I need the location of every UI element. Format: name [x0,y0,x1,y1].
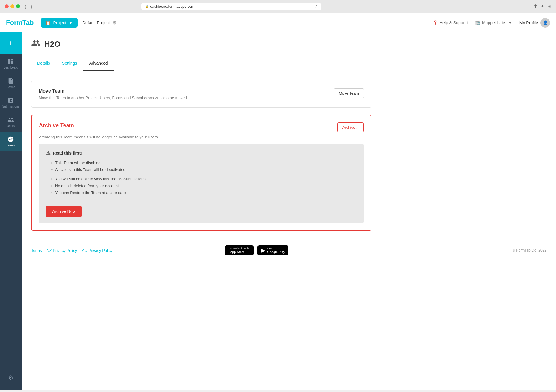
project-name-text: Default Project [82,20,110,25]
submissions-icon [7,97,14,104]
archive-team-card: Archive Team Archive... Archiving this T… [31,115,371,231]
move-team-title: Move Team [39,88,188,94]
help-support-link[interactable]: ❓ Help & Support [433,20,468,25]
archive-title: Archive Team [39,122,74,129]
warning-item-text: You will still be able to view this Team… [55,177,146,181]
new-tab-icon[interactable]: + [541,4,544,9]
logo: FormTab [6,19,34,27]
project-button[interactable]: 📋 Project ▼ [41,18,77,28]
main-area: + Dashboard Forms Submi [0,32,556,390]
browser-nav-controls: ❮ ❯ [24,4,33,9]
sidebar-item-users[interactable]: Users [0,112,22,132]
sidebar-item-dashboard[interactable]: Dashboard [0,54,22,73]
footer-app-badges: Download on the App Store ▶ GET IT ON Go… [225,245,289,255]
muppet-labs-link[interactable]: 🏢 Muppet Labs ▼ [475,20,512,25]
help-label: Help & Support [439,20,468,25]
close-button[interactable] [5,4,9,8]
sidebar-item-label: Teams [6,144,15,147]
sidebar-item-label: Users [7,124,15,128]
tab-settings[interactable]: Settings [56,56,83,71]
move-team-card: Move Team Move this Team to another Proj… [31,81,371,108]
tab-details[interactable]: Details [31,56,56,71]
warning-triangle-icon: ⚠ [46,150,50,156]
browser-actions: ⬆ + ⊞ [534,4,551,9]
tab-advanced[interactable]: Advanced [83,56,114,71]
archive-now-button[interactable]: Archive Now [46,206,82,217]
terms-link[interactable]: Terms [31,248,42,253]
warning-header: ⚠ Read this first! [46,150,356,156]
warning-item-1: This Team will be disabled [46,159,356,166]
app-store-badge[interactable]: Download on the App Store [225,245,254,255]
forward-button[interactable]: ❯ [30,4,33,9]
warning-item-text: No data is deleted from your account [55,184,119,188]
project-settings-icon[interactable]: ⚙ [112,20,117,25]
sidebar: + Dashboard Forms Submi [0,32,22,390]
move-team-description: Move this Team to another Project. Users… [39,96,188,100]
sidebar-item-label: Dashboard [4,66,18,69]
google-play-icon: ▶ [261,247,265,254]
avatar: 👤 [540,18,550,28]
sidebar-add-button[interactable]: + [0,32,22,54]
building-icon: 🏢 [475,20,480,25]
teams-icon [7,136,14,143]
back-button[interactable]: ❮ [24,4,27,9]
app-container: FormTab 📋 Project ▼ Default Project ⚙ ❓ … [0,13,556,390]
warning-list-2: You will still be able to view this Team… [46,175,356,196]
au-privacy-link[interactable]: AU Privacy Policy [82,248,113,253]
logo-tab: Tab [22,19,34,26]
app-store-text: Download on the App Store [230,247,250,254]
minimize-button[interactable] [10,4,14,8]
footer-copyright: © FormTab Ltd, 2022 [513,248,546,252]
share-icon[interactable]: ⬆ [534,4,537,9]
warning-item-text: You can Restore the Team at a later date [55,190,126,195]
forms-icon [7,78,14,84]
team-name: H2O [44,40,60,49]
move-team-info: Move Team Move this Team to another Proj… [39,88,188,100]
warning-item-text: All Users in this Team will be deactivat… [55,167,126,172]
warning-title: Read this first! [53,151,82,155]
my-profile-label: My Profile [519,20,538,25]
settings-icon: ⚙ [8,374,13,381]
page-content: Move Team Move this Team to another Proj… [22,71,381,240]
app-store-label: Download on the [230,247,250,250]
top-nav-right: ❓ Help & Support 🏢 Muppet Labs ▼ My Prof… [433,18,550,28]
lock-icon: 🔒 [145,5,149,8]
my-profile-area[interactable]: My Profile 👤 [519,18,550,28]
grid-icon[interactable]: ⊞ [547,4,551,9]
team-header-icon [31,38,41,50]
chevron-down-icon: ▼ [69,20,73,25]
team-header: H2O [22,32,556,56]
reload-icon[interactable]: ↺ [314,4,318,9]
archive-subtitle: Archiving this Team means it will no lon… [39,135,364,139]
archive-title-area: Archive Team [39,122,74,129]
tabs: Details Settings Advanced [22,56,556,71]
browser-chrome: ❮ ❯ 🔒 dashboard.formtabapp.com ↺ ⬆ + ⊞ [0,0,556,13]
add-icon: + [9,39,13,47]
chevron-down-icon-2: ▼ [508,20,512,25]
traffic-lights [5,4,20,8]
warning-list-1: This Team will be disabled All Users in … [46,159,356,173]
content-area: H2O Details Settings Advanced Move Team … [22,32,556,390]
move-team-button[interactable]: Move Team [334,88,364,98]
address-bar[interactable]: 🔒 dashboard.formtabapp.com ↺ [141,3,321,10]
sidebar-item-teams[interactable]: Teams [0,132,22,151]
users-icon [7,116,14,123]
sidebar-item-forms[interactable]: Forms [0,73,22,93]
warning-divider [46,201,356,201]
logo-form: Form [6,19,22,26]
top-nav: FormTab 📋 Project ▼ Default Project ⚙ ❓ … [0,13,556,32]
archive-button[interactable]: Archive... [337,122,364,132]
nz-privacy-link[interactable]: NZ Privacy Policy [46,248,77,253]
sidebar-bottom: ⚙ [8,370,13,390]
maximize-button[interactable] [16,4,20,8]
sidebar-item-submissions[interactable]: Submissions [0,93,22,112]
help-icon: ❓ [433,20,438,25]
avatar-icon: 👤 [543,20,548,25]
project-name-area: Default Project ⚙ [82,20,117,25]
muppet-labs-label: Muppet Labs [482,20,506,25]
sidebar-settings[interactable]: ⚙ [8,370,13,385]
google-play-badge[interactable]: ▶ GET IT ON Google Play [257,245,288,255]
sidebar-item-label: Submissions [2,105,19,108]
google-play-text: GET IT ON Google Play [267,247,285,254]
project-icon: 📋 [46,20,51,25]
